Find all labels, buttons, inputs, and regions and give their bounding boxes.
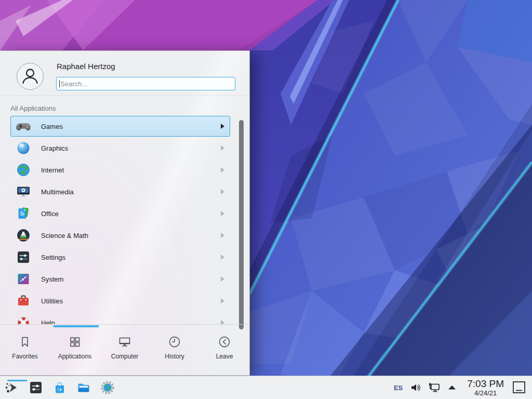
category-settings[interactable]: Settings [10, 247, 230, 268]
lifebuoy-icon [16, 315, 31, 324]
discover-bag-icon [52, 380, 68, 395]
category-label: Help [41, 319, 220, 325]
kde-launcher-icon [4, 380, 20, 395]
submenu-arrow-icon [220, 124, 224, 129]
system-settings-button[interactable] [28, 380, 44, 395]
category-graphics[interactable]: Graphics [10, 138, 230, 158]
tab-leave[interactable]: Leave [200, 328, 249, 374]
launcher-tab-bar: Favorites Applications Computer [0, 328, 249, 374]
tab-label: Applications [58, 353, 92, 360]
media-monitor-icon [16, 184, 31, 199]
documents-icon [16, 206, 31, 221]
show-desktop-button[interactable] [511, 380, 527, 395]
category-label: Science & Math [41, 232, 220, 240]
category-label: Settings [41, 254, 220, 261]
application-launcher-menu: Raphael Hertzog Search... All Applicatio… [0, 50, 250, 376]
active-tab-indicator [54, 325, 99, 327]
leave-icon [218, 335, 231, 349]
digital-clock[interactable]: 7:03 PM 4/24/21 [467, 379, 504, 396]
category-label: Games [41, 123, 220, 130]
application-launcher-button[interactable] [4, 380, 20, 395]
settings-sliders-icon [28, 380, 44, 395]
clock-date: 4/24/21 [467, 390, 504, 396]
tab-label: Favorites [12, 353, 37, 360]
section-label: All Applications [10, 104, 56, 112]
category-office[interactable]: Office [10, 203, 230, 224]
category-label: Graphics [41, 144, 220, 152]
tab-history[interactable]: History [150, 328, 200, 374]
category-list: Games Graphics [0, 116, 249, 324]
clock-time: 7:03 PM [467, 379, 504, 389]
system-sliders-icon [16, 272, 31, 286]
tab-computer[interactable]: Computer [100, 328, 150, 374]
computer-icon [118, 335, 131, 349]
category-label: Office [41, 210, 220, 218]
scrollbar-handle[interactable] [239, 120, 244, 329]
flask-icon [16, 228, 31, 243]
keyboard-layout-indicator[interactable]: ES [394, 384, 403, 392]
submenu-arrow-icon [220, 276, 224, 282]
search-placeholder: Search... [60, 80, 87, 88]
volume-icon[interactable] [410, 381, 423, 394]
footer-separator [0, 324, 249, 325]
taskbar: ES [0, 376, 532, 399]
bookmark-icon [18, 335, 32, 349]
toolbox-icon [16, 294, 31, 308]
globe-icon [16, 163, 31, 177]
active-app-indicator [7, 380, 27, 381]
file-manager-button[interactable] [76, 380, 91, 395]
category-label: Utilities [41, 297, 220, 305]
taskbar-apps [4, 380, 124, 395]
app-grid-icon [68, 335, 82, 349]
search-input[interactable]: Search... [56, 77, 235, 90]
gamepad-icon [16, 119, 31, 134]
desktop: Raphael Hertzog Search... All Applicatio… [0, 0, 532, 399]
history-clock-icon [168, 335, 181, 349]
folder-icon [76, 380, 91, 395]
tab-label: Computer [111, 353, 139, 360]
category-multimedia[interactable]: Multimedia [10, 181, 230, 202]
submenu-arrow-icon [220, 298, 224, 303]
sphere-icon [16, 141, 31, 155]
launcher-header: Raphael Hertzog Search... [0, 51, 249, 96]
category-internet[interactable]: Internet [10, 159, 230, 180]
category-utilities[interactable]: Utilities [10, 290, 230, 311]
submenu-arrow-icon [220, 189, 224, 194]
submenu-arrow-icon [220, 211, 224, 216]
discover-button[interactable] [52, 380, 68, 395]
user-icon [18, 64, 43, 89]
settings-sliders-icon [16, 250, 31, 264]
category-science-math[interactable]: Science & Math [10, 225, 230, 246]
category-help[interactable]: Help [10, 312, 230, 324]
system-tray: ES [394, 379, 529, 396]
tab-label: History [165, 353, 184, 360]
text-caret [59, 80, 60, 87]
submenu-arrow-icon [220, 255, 224, 260]
tab-label: Leave [216, 353, 233, 360]
category-label: Internet [41, 166, 220, 174]
globe-gear-icon [100, 380, 115, 395]
submenu-arrow-icon [220, 320, 224, 324]
tab-favorites[interactable]: Favorites [0, 328, 50, 374]
category-system[interactable]: System [10, 269, 230, 289]
web-browser-button[interactable] [100, 380, 115, 395]
submenu-arrow-icon [220, 233, 224, 238]
user-name: Raphael Hertzog [57, 62, 115, 71]
category-label: Multimedia [41, 188, 220, 196]
network-icon[interactable] [428, 381, 441, 394]
submenu-arrow-icon [220, 167, 224, 172]
submenu-arrow-icon [220, 145, 224, 151]
avatar[interactable] [17, 63, 44, 90]
expand-tray-icon[interactable] [445, 381, 459, 394]
category-games[interactable]: Games [10, 116, 230, 137]
tab-applications[interactable]: Applications [50, 328, 100, 374]
show-desktop-icon [511, 380, 527, 395]
category-label: System [41, 275, 220, 283]
